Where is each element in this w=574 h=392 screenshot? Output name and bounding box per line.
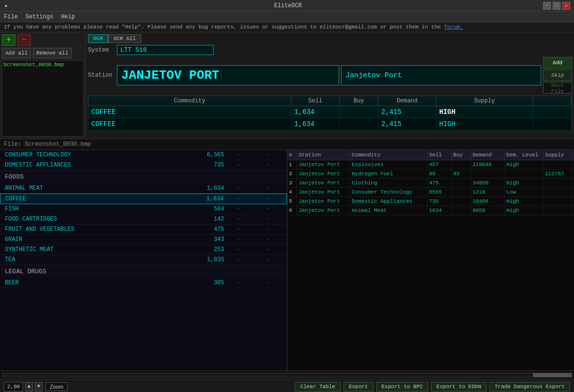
add-button[interactable]: Add bbox=[543, 57, 572, 69]
item-sell: 1,634 bbox=[186, 185, 224, 192]
th-demand: Demand bbox=[471, 150, 505, 160]
window-controls[interactable]: ─ □ ✕ bbox=[543, 2, 570, 10]
export-bpc-button[interactable]: Export to BPC bbox=[376, 382, 429, 392]
scroll-area[interactable] bbox=[0, 370, 574, 379]
file-list: Screenshot_0030.bmp bbox=[2, 60, 84, 137]
th-num: # bbox=[287, 150, 297, 160]
trade-dangerous-button[interactable]: Trade Dangerous Export bbox=[489, 382, 570, 392]
item-d1: - bbox=[224, 226, 253, 233]
item-name: GRAIN bbox=[5, 236, 186, 243]
clear-table-button[interactable]: Clear Table bbox=[295, 382, 341, 392]
station-alt-input[interactable] bbox=[341, 65, 541, 85]
commodity-row-1: COFFEE 1,634 2,415 HIGH bbox=[88, 106, 572, 118]
item-name: TEA bbox=[5, 256, 186, 263]
item-name: SYNTHETIC MEAT bbox=[5, 246, 186, 253]
list-item-domestic-app[interactable]: DOMESTIC APPLIANCES 735 - - bbox=[0, 160, 287, 170]
left-panel: + − Add all Remove all Screenshot_0030.b… bbox=[0, 32, 86, 139]
station-input[interactable] bbox=[117, 65, 339, 85]
item-d1: - bbox=[224, 280, 253, 286]
item-d1: - bbox=[224, 206, 253, 212]
station-label: Station bbox=[88, 72, 117, 79]
table-row: 5 Janjetov Port Domestic Appliances 735 … bbox=[287, 197, 574, 206]
table-row: 1 Janjetov Port Explosives 457 219688 Hi… bbox=[287, 160, 574, 169]
cmd-dem-level-2: HIGH bbox=[436, 118, 533, 130]
minimize-button[interactable]: ─ bbox=[543, 2, 551, 10]
col-sell: Sell bbox=[291, 96, 340, 106]
next-file-button[interactable]: Next File bbox=[543, 82, 572, 94]
item-d1: - bbox=[224, 246, 253, 253]
system-label: System bbox=[88, 47, 117, 54]
item-d2: - bbox=[253, 216, 282, 223]
add-all-button[interactable]: Add all bbox=[2, 48, 31, 58]
maximize-button[interactable]: □ bbox=[553, 2, 560, 10]
list-item-tea[interactable]: TEA 1,835 - - bbox=[0, 255, 287, 265]
export-eddn-button[interactable]: Export to EDDN bbox=[431, 382, 486, 392]
close-button[interactable]: ✕ bbox=[562, 2, 570, 10]
item-name: FOOD CARTRIDGES bbox=[5, 216, 186, 223]
forum-link[interactable]: forum. bbox=[444, 24, 463, 30]
item-d1: - bbox=[224, 162, 253, 168]
cmd-supply-1 bbox=[533, 106, 572, 118]
item-sell: 305 bbox=[186, 280, 224, 286]
list-item-animal-meat[interactable]: ANIMAL MEAT 1,634 - - bbox=[0, 183, 287, 194]
th-buy: Buy bbox=[452, 150, 471, 160]
info-bar: If you have any problems please read "He… bbox=[0, 22, 574, 32]
scroll-thumb[interactable] bbox=[533, 373, 572, 377]
tab-ocr[interactable]: OCR bbox=[88, 34, 108, 43]
commodity-list: CONSUMER TECHNOLOGY 6,565 - - DOMESTIC A… bbox=[0, 150, 287, 370]
item-d1: - bbox=[224, 152, 253, 158]
cmd-dem-level-1: HIGH bbox=[436, 106, 533, 118]
ocr-panel: OCR OCR All System Station Add Skip Next… bbox=[86, 32, 574, 139]
panel-buttons: + − bbox=[2, 34, 84, 46]
item-sell: 142 bbox=[186, 216, 224, 223]
zoom-down-button[interactable]: ▼ bbox=[35, 382, 43, 392]
item-name: ANIMAL MEAT bbox=[5, 185, 186, 192]
tab-ocr-all[interactable]: OCR All bbox=[108, 34, 141, 43]
add-file-button[interactable]: + bbox=[2, 34, 15, 46]
title-bar: ✦ EliteOCR ─ □ ✕ bbox=[0, 0, 574, 12]
item-d2: - bbox=[253, 226, 282, 233]
list-item-grain[interactable]: GRAIN 343 - - bbox=[0, 235, 287, 245]
station-row: Station Add Skip Next File bbox=[88, 57, 572, 94]
item-d2: - bbox=[253, 152, 282, 158]
item-d1: - bbox=[224, 236, 253, 243]
item-sell: 1,835 bbox=[186, 256, 224, 263]
scroll-track[interactable] bbox=[2, 373, 572, 378]
list-item-coffee[interactable]: COFFEE 1,634 - - bbox=[0, 194, 287, 204]
list-item-beer[interactable]: BEER 305 - - bbox=[0, 278, 287, 288]
item-d2: - bbox=[253, 185, 282, 192]
col-buy: Buy bbox=[340, 96, 378, 106]
item-name: FRUIT AND VEGETABLES bbox=[5, 226, 186, 233]
table-row: 2 Janjetov Port Hydrogen Fuel 89 93 1127… bbox=[287, 169, 574, 179]
remove-file-button[interactable]: − bbox=[17, 34, 31, 46]
zoom-button[interactable]: Zoom bbox=[45, 382, 68, 391]
cmd-supply-2 bbox=[533, 118, 572, 130]
menu-file[interactable]: File bbox=[4, 14, 18, 20]
th-station: Station bbox=[297, 150, 350, 160]
cmd-name-1: COFFEE bbox=[88, 106, 291, 118]
cmd-sell-2: 1,634 bbox=[291, 118, 340, 130]
th-sell: Sell bbox=[428, 150, 452, 160]
zoom-input[interactable] bbox=[4, 382, 23, 392]
export-button[interactable]: Export bbox=[344, 382, 373, 392]
file-info-text: File: Screenshot_0030.bmp bbox=[4, 141, 91, 148]
remove-all-button[interactable]: Remove all bbox=[33, 48, 72, 58]
item-d1: - bbox=[224, 216, 253, 223]
item-name: COFFEE bbox=[5, 196, 185, 202]
item-d1: - bbox=[224, 185, 253, 192]
menu-settings[interactable]: Settings bbox=[26, 14, 54, 20]
bottom-toolbar: ▲ ▼ Zoom Clear Table Export Export to BP… bbox=[0, 379, 574, 392]
list-item-fish[interactable]: FISH 584 - - bbox=[0, 204, 287, 214]
list-item-fruit-veg[interactable]: FRUIT AND VEGETABLES 475 - - bbox=[0, 224, 287, 235]
item-name: CONSUMER TECHNOLOGY bbox=[5, 152, 186, 158]
system-input[interactable] bbox=[117, 45, 214, 55]
cmd-buy-2 bbox=[340, 118, 378, 130]
list-item-consumer-tech[interactable]: CONSUMER TECHNOLOGY 6,565 - - bbox=[0, 150, 287, 160]
zoom-up-button[interactable]: ▲ bbox=[25, 382, 33, 392]
skip-button[interactable]: Skip bbox=[543, 70, 572, 81]
list-item-synthetic-meat[interactable]: SYNTHETIC MEAT 253 - - bbox=[0, 245, 287, 255]
menu-help[interactable]: Help bbox=[61, 14, 75, 20]
file-item[interactable]: Screenshot_0030.bmp bbox=[3, 62, 82, 68]
item-name: BEER bbox=[5, 280, 186, 286]
list-item-food-cartridges[interactable]: FOOD CARTRIDGES 142 - - bbox=[0, 214, 287, 224]
